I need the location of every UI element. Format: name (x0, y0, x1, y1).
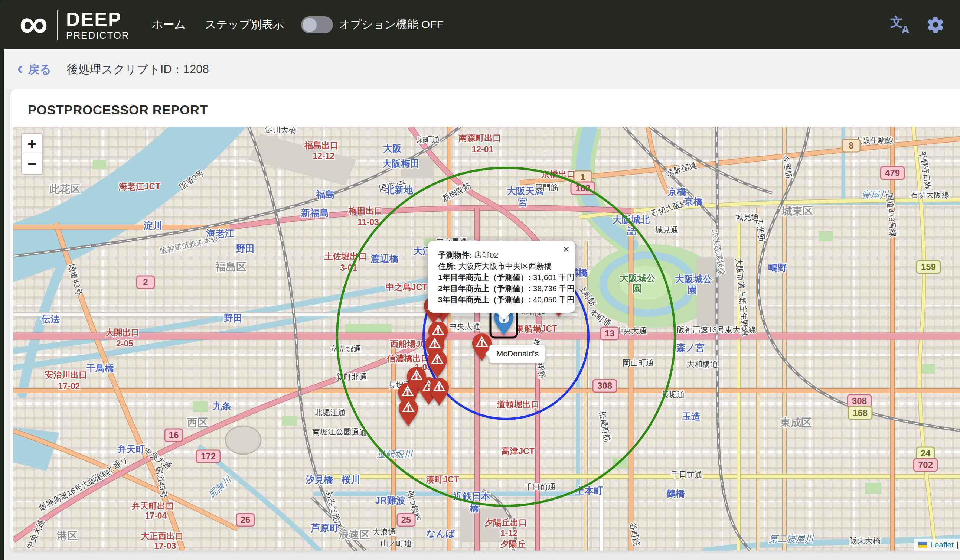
warning-marker[interactable] (428, 350, 447, 378)
map-label-road: 中央大通 (449, 322, 480, 331)
map-label-station: 伝法 (41, 314, 60, 324)
map-label-exit: 17-04 (145, 511, 167, 521)
map-label-exit: 12-12 (313, 151, 335, 161)
map-label-station: 鴫野 (768, 262, 787, 273)
zoom-out-button[interactable]: − (22, 154, 42, 174)
popup-line-property: 予測物件: 店舗02 (438, 250, 565, 261)
map-label-exit: 湊町JCT (426, 475, 459, 484)
map[interactable]: 淀川大橋福島出口12-12大阪大阪梅田南森町出口12-01扇町通京橋出口海老江J… (13, 126, 960, 551)
ukraine-flag-icon (918, 542, 927, 548)
map-label-road: 阪神高速16号大阪港線 (37, 467, 111, 512)
map-label-station: 野田 (224, 313, 242, 323)
translate-icon-zh: 文 (890, 14, 903, 31)
map-label-station: 大阪梅田 (382, 158, 419, 169)
road (230, 208, 631, 227)
map-label-station: 弁天町 (117, 444, 145, 454)
map-label-city: 港区 (56, 530, 78, 541)
svg-text:172: 172 (201, 451, 216, 461)
map-label-exit: 信濃橋出口 (387, 354, 430, 363)
navbar: ∞ DEEP PREDICTOR ホーム ステップ別表示 オプション機能 OFF… (0, 0, 960, 50)
route-shield: 16 (165, 429, 182, 442)
gear-icon[interactable] (926, 15, 945, 35)
map-label-station: 千鳥橋 (86, 363, 114, 373)
map-label-water: 第二寝屋川 (769, 534, 814, 544)
map-label-road: 大浪通 (373, 528, 396, 536)
map-label-city: 此花区 (49, 184, 80, 195)
map-label-road: 山ノ町通 (381, 539, 412, 547)
nav-item-home[interactable]: ホーム (152, 17, 186, 32)
popup-line-year3: 3年目年商売上（予測値）: 40,050 千円 (438, 294, 565, 305)
map-label-exit: 夕陽丘 (500, 539, 526, 549)
map-label-exit: 夕陽丘出口 (485, 518, 528, 527)
map-label-exit: 17-03 (154, 541, 176, 551)
route-shield: 13 (601, 327, 618, 340)
translate-icon[interactable]: 文 A (890, 15, 909, 35)
popup-line-address: 住所: 大阪府大阪市中央区西新橋 (438, 261, 565, 272)
map-label-station: 森ノ宮 (676, 342, 705, 353)
map-label-road: 城見通 (735, 213, 759, 221)
map-label-exit: 東船場JCT (515, 324, 557, 333)
map-attribution: Leaflet | © (914, 539, 960, 551)
map-label-road: 京阪国道 (666, 161, 698, 177)
map-label-exit: 福島出口 (304, 140, 339, 150)
map-label-station: 野田 (236, 243, 254, 254)
window-edge (0, 0, 4, 560)
map-label-station: 北新地 (385, 184, 414, 195)
map-label-station: 新福島 (301, 208, 329, 218)
back-button[interactable]: ‹ 戻る (17, 62, 51, 77)
map-label-road: 岡山町通 (622, 358, 654, 367)
svg-text:168: 168 (853, 408, 867, 418)
map-label-city: 城東区 (781, 205, 813, 217)
map-label-station: 上本町 (575, 485, 603, 496)
map-label-exit: 梅田出口 (348, 206, 383, 215)
svg-text:702: 702 (918, 460, 933, 470)
popup-line-year1: 1年目年商売上（予測値）: 31,601 千円 (438, 272, 565, 283)
brand-line2: PREDICTOR (66, 30, 130, 40)
map-label-exit: 中之島JCT (386, 282, 427, 292)
option-toggle-group: オプション機能 OFF (301, 16, 444, 34)
map-label-exit: 3-01 (340, 263, 357, 273)
map-label-water: 尻無川 (206, 474, 234, 499)
map-label-exit: 2-05 (116, 339, 133, 348)
map-label-road: 中央大通 (616, 326, 647, 335)
brand-logo[interactable]: ∞ DEEP PREDICTOR (19, 10, 130, 40)
popup-close-button[interactable]: × (563, 243, 570, 255)
map-label-road: 千日前通 (671, 470, 702, 479)
map-label-station: JR難波 (375, 495, 405, 506)
zoom-in-button[interactable]: + (22, 134, 42, 154)
route-shield: 308 (593, 379, 617, 392)
map-patch (697, 258, 734, 326)
svg-text:24: 24 (921, 448, 931, 458)
toggle-knob (302, 18, 317, 32)
map-label-city: 東成区 (780, 417, 811, 428)
route-shield: 172 (196, 450, 220, 463)
warning-marker[interactable] (399, 399, 418, 426)
route-shield: 26 (237, 514, 254, 526)
route-shield: 168 (848, 406, 872, 419)
map-label-exit: 11-03 (357, 217, 379, 227)
map-label-station: 大阪城公 (675, 274, 712, 284)
map-label-road: 淀川大橋 (265, 126, 296, 134)
svg-text:1: 1 (580, 172, 585, 182)
route-shield: 8 (842, 139, 860, 152)
map-label-station: 九条 (212, 401, 231, 411)
map-label-road: 城見通 (655, 226, 678, 234)
leaflet-link[interactable]: Leaflet (930, 540, 954, 549)
map-patch (819, 231, 834, 242)
map-label-station: 園 (688, 285, 697, 295)
poi-tooltip: McDonald's (489, 345, 546, 363)
breadcrumb: ‹ 戻る 後処理スクリプトID：1208 (4, 50, 960, 89)
warning-marker[interactable] (429, 378, 449, 405)
map-patch (282, 416, 297, 426)
map-label-road: 千日前通 (525, 482, 556, 491)
map-patch (345, 324, 392, 333)
map-label-road: 阪東大橋 (850, 536, 880, 545)
map-label-exit: 1-12 (501, 528, 517, 538)
map-label-road: 扇町通 (416, 135, 440, 144)
attrib-separator: | (957, 540, 958, 549)
route-shield: 702 (914, 459, 938, 471)
svg-text:16: 16 (169, 430, 179, 440)
nav-item-step-view[interactable]: ステップ別表示 (205, 17, 284, 32)
option-toggle[interactable] (301, 16, 333, 34)
map-label-station: 京橋 (684, 196, 703, 206)
